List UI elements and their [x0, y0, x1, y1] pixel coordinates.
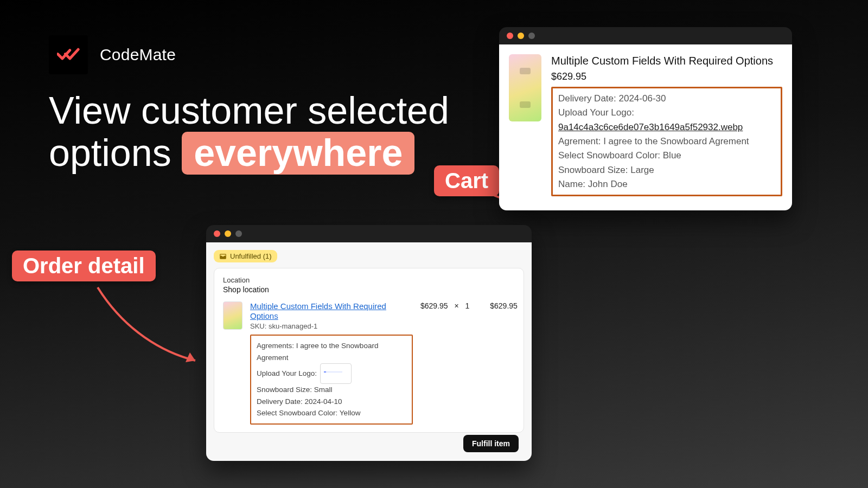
opt-label: Select Snowboard Color: [558, 150, 660, 160]
order-item-title-link[interactable]: Multiple Custom Fields With Required Opt… [250, 301, 386, 320]
fulfill-item-button[interactable]: Fulfill item [463, 435, 519, 452]
headline-line1: View customer selected [49, 89, 449, 132]
opt-value: John Doe [588, 179, 628, 189]
callout-cart: Cart [434, 165, 499, 196]
headline-chip: everywhere [182, 132, 414, 174]
unit-price: $629.95 [420, 301, 448, 310]
location-label: Location [223, 276, 515, 284]
headline-line2-pre: options [49, 132, 182, 174]
brand: CodeMate [49, 35, 176, 74]
opt-label: Select Snowboard Color: [257, 409, 337, 417]
window-cart: Multiple Custom Fields With Required Opt… [499, 27, 792, 210]
opt-label: Delivery Date: [257, 397, 303, 406]
checkmarks-icon [57, 47, 80, 62]
inbox-icon [219, 253, 227, 260]
traffic-light-zoom[interactable] [528, 33, 535, 39]
opt-label: Snowboard Size: [558, 165, 628, 175]
opt-label: Delivery Date: [558, 93, 616, 104]
opt-value: Yellow [340, 409, 361, 417]
order-card: Location Shop location Multiple Custom F… [214, 268, 524, 433]
cart-item-title: Multiple Custom Fields With Required Opt… [551, 54, 782, 68]
sku-label: SKU: [250, 322, 266, 330]
order-item-pricing: $629.95 × 1 $629.95 [420, 301, 518, 425]
cart-item-options: Delivery Date: 2024-06-30 Upload Your Lo… [551, 87, 782, 196]
window-cart-titlebar [499, 27, 792, 44]
sku-value: sku-managed-1 [269, 322, 317, 330]
opt-value: I agree to the Snowboard Agrement [603, 136, 749, 146]
pill-text: Unfulfilled (1) [230, 252, 272, 260]
line-total: $629.95 [490, 301, 518, 310]
traffic-light-minimize[interactable] [518, 33, 524, 39]
window-order-titlebar [206, 225, 532, 242]
arrow-to-order [92, 282, 206, 371]
opt-label: Agrement: [558, 136, 601, 146]
headline: View customer selected options everywher… [49, 89, 449, 175]
opt-label: Upload Your Logo: [257, 369, 317, 377]
callout-order: Order detail [12, 251, 156, 281]
order-line-item: Multiple Custom Fields With Required Opt… [223, 301, 515, 425]
fulfillment-status-pill: Unfulfilled (1) [214, 250, 277, 262]
traffic-light-minimize[interactable] [225, 230, 231, 237]
arrow-icon [92, 282, 206, 369]
opt-label: Snowboard Size: [257, 386, 312, 394]
window-order: Unfulfilled (1) Location Shop location M… [206, 225, 532, 461]
cart-item-thumbnail [509, 54, 541, 121]
order-item-thumbnail [223, 301, 242, 330]
traffic-light-close[interactable] [507, 33, 513, 39]
cart-item-price: $629.95 [551, 71, 782, 82]
opt-value: 2024-06-30 [619, 93, 666, 104]
opt-value: Blue [663, 150, 681, 160]
cart-item: Multiple Custom Fields With Required Opt… [509, 54, 782, 196]
opt-label: Name: [558, 179, 585, 189]
brand-logo [49, 35, 88, 74]
opt-value: Small [314, 386, 333, 394]
traffic-light-close[interactable] [214, 230, 220, 237]
uploaded-logo-thumbnail [320, 363, 352, 384]
opt-value: 2024-04-10 [305, 397, 342, 406]
opt-label: Upload Your Logo: [558, 106, 775, 120]
location-value: Shop location [223, 285, 515, 294]
order-item-options: Agrements: I agree to the Snowboard Agre… [250, 335, 413, 425]
uploaded-file-link[interactable]: 9a14c4a3c6ce6de07e3b1649a5f52932.webp [558, 120, 775, 134]
traffic-light-zoom[interactable] [235, 230, 242, 237]
qty: 1 [465, 301, 470, 310]
opt-value: Large [630, 165, 654, 175]
opt-label: Agrements: [257, 342, 294, 350]
qty-multiply-icon: × [455, 301, 459, 310]
brand-name: CodeMate [100, 46, 176, 64]
